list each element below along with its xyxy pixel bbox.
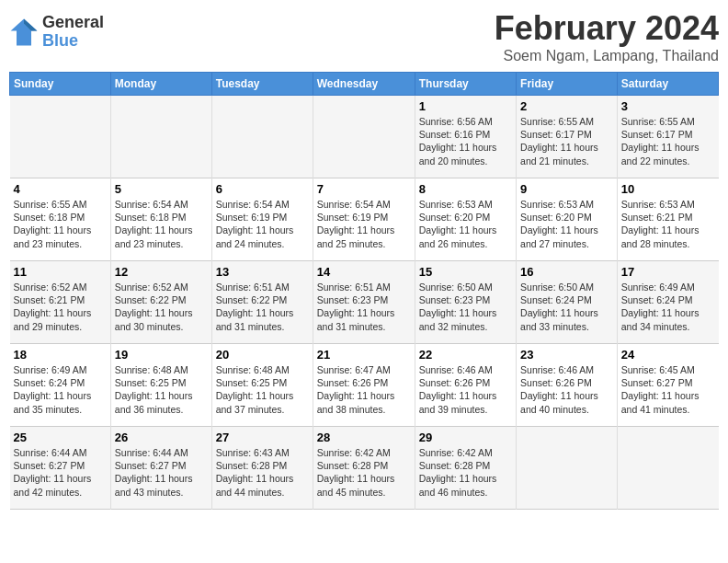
logo: General Blue	[9, 14, 104, 51]
day-info: Sunrise: 6:52 AM Sunset: 6:21 PM Dayligh…	[14, 281, 107, 333]
calendar-cell: 25Sunrise: 6:44 AM Sunset: 6:27 PM Dayli…	[10, 427, 111, 510]
day-info: Sunrise: 6:56 AM Sunset: 6:16 PM Dayligh…	[419, 115, 512, 167]
calendar-week-row: 18Sunrise: 6:49 AM Sunset: 6:24 PM Dayli…	[10, 344, 719, 427]
day-info: Sunrise: 6:55 AM Sunset: 6:17 PM Dayligh…	[621, 115, 715, 167]
day-info: Sunrise: 6:54 AM Sunset: 6:18 PM Dayligh…	[115, 198, 208, 250]
day-info: Sunrise: 6:50 AM Sunset: 6:24 PM Dayligh…	[520, 281, 613, 333]
day-number: 16	[520, 265, 613, 279]
day-info: Sunrise: 6:55 AM Sunset: 6:18 PM Dayligh…	[14, 198, 107, 250]
day-number: 19	[115, 348, 208, 362]
calendar-cell: 22Sunrise: 6:46 AM Sunset: 6:26 PM Dayli…	[415, 344, 516, 427]
day-number: 23	[520, 348, 613, 362]
page-header: General Blue February 2024 Soem Ngam, La…	[9, 9, 719, 64]
day-info: Sunrise: 6:48 AM Sunset: 6:25 PM Dayligh…	[115, 363, 208, 416]
day-number: 20	[216, 348, 309, 362]
day-info: Sunrise: 6:52 AM Sunset: 6:22 PM Dayligh…	[115, 281, 208, 333]
calendar-cell: 6Sunrise: 6:54 AM Sunset: 6:19 PM Daylig…	[211, 178, 313, 261]
day-number: 22	[419, 348, 512, 362]
day-info: Sunrise: 6:42 AM Sunset: 6:28 PM Dayligh…	[317, 446, 411, 499]
day-number: 3	[621, 99, 715, 113]
day-info: Sunrise: 6:48 AM Sunset: 6:25 PM Dayligh…	[216, 363, 309, 416]
day-info: Sunrise: 6:54 AM Sunset: 6:19 PM Dayligh…	[317, 198, 411, 250]
calendar-cell: 9Sunrise: 6:53 AM Sunset: 6:20 PM Daylig…	[517, 178, 618, 261]
day-number: 26	[115, 431, 208, 444]
day-info: Sunrise: 6:44 AM Sunset: 6:27 PM Dayligh…	[115, 446, 208, 499]
day-info: Sunrise: 6:53 AM Sunset: 6:21 PM Dayligh…	[621, 198, 715, 250]
calendar-cell: 28Sunrise: 6:42 AM Sunset: 6:28 PM Dayli…	[313, 427, 415, 510]
day-number: 1	[419, 99, 512, 113]
location-title: Soem Ngam, Lampang, Thailand	[495, 48, 719, 64]
calendar-cell: 19Sunrise: 6:48 AM Sunset: 6:25 PM Dayli…	[110, 344, 211, 427]
logo-icon	[9, 17, 39, 47]
calendar-cell	[617, 427, 718, 510]
day-info: Sunrise: 6:45 AM Sunset: 6:27 PM Dayligh…	[621, 363, 715, 416]
calendar-week-row: 4Sunrise: 6:55 AM Sunset: 6:18 PM Daylig…	[10, 178, 719, 261]
day-number: 28	[317, 431, 411, 444]
day-number: 8	[419, 182, 512, 196]
day-number: 11	[14, 265, 107, 279]
calendar-cell	[313, 96, 415, 178]
calendar-header-row: SundayMondayTuesdayWednesdayThursdayFrid…	[10, 73, 719, 96]
day-number: 14	[317, 265, 411, 279]
day-info: Sunrise: 6:46 AM Sunset: 6:26 PM Dayligh…	[419, 363, 512, 416]
day-number: 12	[115, 265, 208, 279]
day-number: 5	[115, 182, 208, 196]
calendar-cell: 3Sunrise: 6:55 AM Sunset: 6:17 PM Daylig…	[617, 96, 718, 178]
day-number: 9	[520, 182, 613, 196]
day-info: Sunrise: 6:51 AM Sunset: 6:22 PM Dayligh…	[216, 281, 309, 333]
calendar-cell: 26Sunrise: 6:44 AM Sunset: 6:27 PM Dayli…	[110, 427, 211, 510]
weekday-header-saturday: Saturday	[617, 73, 718, 96]
calendar-cell: 11Sunrise: 6:52 AM Sunset: 6:21 PM Dayli…	[10, 261, 111, 344]
day-number: 18	[14, 348, 107, 362]
calendar-cell: 14Sunrise: 6:51 AM Sunset: 6:23 PM Dayli…	[313, 261, 415, 344]
day-number: 27	[216, 431, 309, 444]
day-info: Sunrise: 6:50 AM Sunset: 6:23 PM Dayligh…	[419, 281, 512, 333]
calendar-cell	[10, 96, 111, 178]
day-number: 10	[621, 182, 715, 196]
calendar-cell: 29Sunrise: 6:42 AM Sunset: 6:28 PM Dayli…	[415, 427, 516, 510]
calendar-cell: 13Sunrise: 6:51 AM Sunset: 6:22 PM Dayli…	[211, 261, 313, 344]
day-number: 17	[621, 265, 715, 279]
day-info: Sunrise: 6:53 AM Sunset: 6:20 PM Dayligh…	[419, 198, 512, 250]
day-info: Sunrise: 6:49 AM Sunset: 6:24 PM Dayligh…	[14, 363, 107, 416]
day-info: Sunrise: 6:55 AM Sunset: 6:17 PM Dayligh…	[520, 115, 613, 167]
day-number: 15	[419, 265, 512, 279]
calendar-cell: 8Sunrise: 6:53 AM Sunset: 6:20 PM Daylig…	[415, 178, 516, 261]
weekday-header-wednesday: Wednesday	[313, 73, 415, 96]
day-number: 13	[216, 265, 309, 279]
calendar-cell: 7Sunrise: 6:54 AM Sunset: 6:19 PM Daylig…	[313, 178, 415, 261]
day-number: 21	[317, 348, 411, 362]
calendar-cell: 17Sunrise: 6:49 AM Sunset: 6:24 PM Dayli…	[617, 261, 718, 344]
day-number: 25	[14, 431, 107, 444]
weekday-header-thursday: Thursday	[415, 73, 516, 96]
calendar-cell: 16Sunrise: 6:50 AM Sunset: 6:24 PM Dayli…	[517, 261, 618, 344]
weekday-header-monday: Monday	[110, 73, 211, 96]
calendar-cell: 10Sunrise: 6:53 AM Sunset: 6:21 PM Dayli…	[617, 178, 718, 261]
calendar-cell: 1Sunrise: 6:56 AM Sunset: 6:16 PM Daylig…	[415, 96, 516, 178]
day-info: Sunrise: 6:44 AM Sunset: 6:27 PM Dayligh…	[14, 446, 107, 499]
logo-blue-text: Blue	[42, 32, 104, 51]
calendar-cell: 23Sunrise: 6:46 AM Sunset: 6:26 PM Dayli…	[517, 344, 618, 427]
day-info: Sunrise: 6:54 AM Sunset: 6:19 PM Dayligh…	[216, 198, 309, 250]
day-number: 29	[419, 431, 512, 444]
day-number: 7	[317, 182, 411, 196]
month-title: February 2024	[495, 9, 719, 48]
calendar-cell: 2Sunrise: 6:55 AM Sunset: 6:17 PM Daylig…	[517, 96, 618, 178]
day-info: Sunrise: 6:47 AM Sunset: 6:26 PM Dayligh…	[317, 363, 411, 416]
calendar-cell: 24Sunrise: 6:45 AM Sunset: 6:27 PM Dayli…	[617, 344, 718, 427]
calendar-cell: 15Sunrise: 6:50 AM Sunset: 6:23 PM Dayli…	[415, 261, 516, 344]
day-info: Sunrise: 6:43 AM Sunset: 6:28 PM Dayligh…	[216, 446, 309, 499]
day-info: Sunrise: 6:46 AM Sunset: 6:26 PM Dayligh…	[520, 363, 613, 416]
calendar-cell: 18Sunrise: 6:49 AM Sunset: 6:24 PM Dayli…	[10, 344, 111, 427]
calendar-cell: 12Sunrise: 6:52 AM Sunset: 6:22 PM Dayli…	[110, 261, 211, 344]
weekday-header-sunday: Sunday	[10, 73, 111, 96]
day-number: 24	[621, 348, 715, 362]
calendar-cell	[211, 96, 313, 178]
day-info: Sunrise: 6:49 AM Sunset: 6:24 PM Dayligh…	[621, 281, 715, 333]
weekday-header-tuesday: Tuesday	[211, 73, 313, 96]
calendar-week-row: 25Sunrise: 6:44 AM Sunset: 6:27 PM Dayli…	[10, 427, 719, 510]
calendar-week-row: 11Sunrise: 6:52 AM Sunset: 6:21 PM Dayli…	[10, 261, 719, 344]
day-number: 2	[520, 99, 613, 113]
calendar-cell: 20Sunrise: 6:48 AM Sunset: 6:25 PM Dayli…	[211, 344, 313, 427]
logo-text: General Blue	[42, 14, 104, 51]
